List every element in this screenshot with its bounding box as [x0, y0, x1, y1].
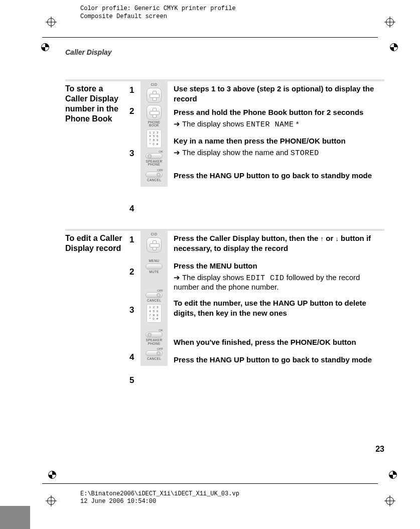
prepress-filepath: E:\Binatone2006\iDECT_X1i\iDECT_X1i_UK_0…	[80, 490, 239, 498]
procedure-title: To store a Caller Display number in the …	[65, 81, 129, 124]
step-number: 4	[129, 352, 141, 362]
page-number: 23	[375, 445, 384, 454]
section-header: Caller Display	[65, 48, 384, 56]
icon-column: CID PHONE BOOK 1 2 3 4 5 6 7 8 9 * 0 # O…	[141, 81, 168, 187]
ok-speakerphone-button-icon: OK SPEAKER PHONE	[143, 329, 166, 345]
step-text: Key in a name then press the PHONE/OK bu…	[174, 136, 384, 146]
registration-mark-icon	[386, 497, 394, 505]
keypad-icon: 1 2 3 4 5 6 7 8 9 * 0 #	[143, 129, 166, 148]
instruction-column: Press the Caller Display button, then th…	[168, 231, 384, 365]
step-number: 5	[129, 375, 141, 385]
prepress-header: Color profile: Generic CMYK printer prof…	[80, 5, 236, 21]
step-number-column: 1 2 3 4 5	[129, 231, 141, 385]
keypad-icon: 1 2 3 4 5 6 7 8 9 * 0 #	[143, 304, 166, 323]
menu-mute-button-icon: MENU MUTE	[143, 259, 166, 274]
hangup-cancel-button-icon: OFF CANCEL	[143, 347, 166, 361]
step-text: To edit the number, use the HANG UP butt…	[174, 298, 384, 319]
step-number: 2	[129, 267, 141, 277]
hangup-cancel-button-icon: OFF CANCEL	[143, 169, 166, 182]
step-text: Press the HANG UP button to go back to s…	[174, 355, 384, 365]
prepress-line1: Color profile: Generic CMYK printer prof…	[80, 5, 236, 13]
prepress-footer: E:\Binatone2006\iDECT_X1i\iDECT_X1i_UK_0…	[80, 490, 239, 506]
step-text: Press the HANG UP button to go back to s…	[174, 171, 384, 181]
result-line: ➔ The display show the name and STORED	[174, 148, 384, 158]
step-number: 1	[129, 85, 141, 95]
prepress-datetime: 12 June 2006 10:54:00	[80, 498, 239, 506]
registration-mark-icon	[47, 497, 55, 505]
step-text: Press the MENU button	[174, 261, 384, 271]
instruction-column: Use steps 1 to 3 above (step 2 is option…	[168, 81, 384, 181]
icon-column: CID MENU MUTE OFF CANCEL 1 2 3 4 5 6 7 8…	[141, 231, 168, 366]
registration-quadrant-icon	[41, 43, 49, 51]
cid-button-icon: CID	[143, 233, 166, 252]
registration-mark-icon	[47, 18, 55, 26]
cid-button-icon: CID	[143, 83, 166, 103]
registration-quadrant-icon	[390, 43, 398, 51]
crop-line-bottom	[42, 483, 378, 484]
step-text: Press the Caller Display button, then th…	[174, 233, 384, 254]
result-line: ➔ The display shows EDIT CID followed by…	[174, 273, 384, 291]
step-number: 3	[129, 305, 141, 315]
page-content: Caller Display To store a Caller Display…	[65, 48, 384, 401]
step-text: When you've finished, press the PHONE/OK…	[174, 337, 384, 347]
procedure-edit-record: To edit a Caller Display record 1 2 3 4 …	[65, 229, 384, 385]
step-number: 3	[129, 149, 141, 159]
phone-book-button-icon: PHONE BOOK	[143, 105, 166, 127]
procedure-store-number: To store a Caller Display number in the …	[65, 79, 384, 214]
step-text: Press and hold the Phone Book button for…	[174, 107, 384, 117]
gray-calibration-strip	[0, 506, 30, 529]
prepress-line2: Composite Default screen	[80, 13, 236, 21]
step-text: Use steps 1 to 3 above (step 2 is option…	[174, 84, 384, 104]
step-number: 1	[129, 235, 141, 245]
ok-speakerphone-button-icon: OK SPEAKER PHONE	[143, 150, 166, 167]
registration-quadrant-icon	[389, 471, 397, 479]
registration-quadrant-icon	[48, 471, 56, 479]
result-line: ➔ The display shows ENTER NAME *	[174, 119, 384, 129]
step-number-column: 1 2 3 4	[129, 81, 141, 214]
registration-mark-icon	[386, 18, 394, 26]
procedure-title: To edit a Caller Display record	[65, 231, 129, 253]
step-number: 2	[129, 106, 141, 116]
hangup-cancel-button-icon: OFF CANCEL	[143, 289, 166, 303]
crop-line-top	[42, 37, 378, 38]
step-number: 4	[129, 204, 141, 214]
